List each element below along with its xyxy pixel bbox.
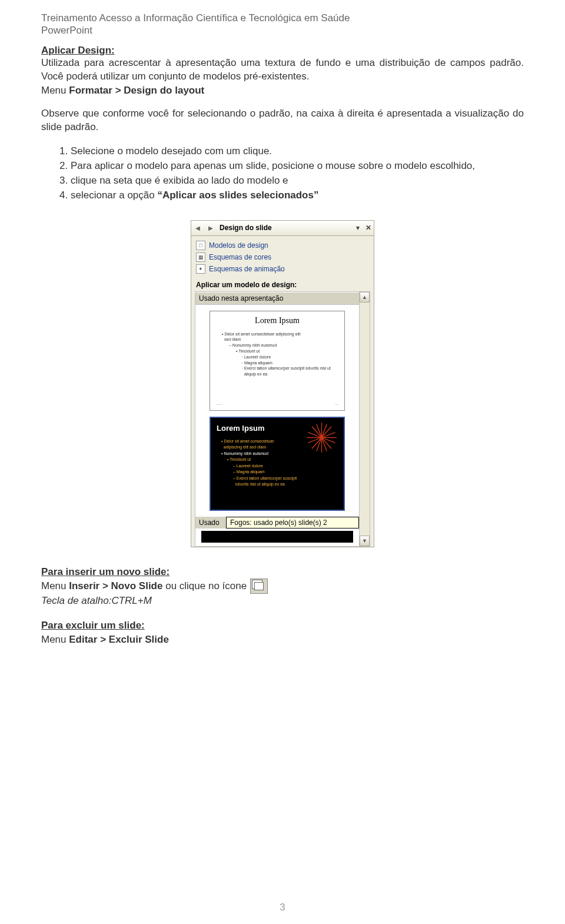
design-taskpane: ◄ ► Design do slide ▾ ✕ □ Modelos de des… (191, 220, 374, 547)
template-thumb-default[interactable]: Lorem Ipsum • Delor sit amet consectetue… (210, 311, 345, 411)
taskpane-title: Design do slide (217, 224, 353, 232)
link-label: Esquemas de cores (209, 253, 271, 261)
insert-menu-bold: Inserir > Novo Slide (69, 580, 162, 591)
animation-schemes-icon: ✦ (196, 264, 205, 274)
template-thumb-partial[interactable] (201, 531, 353, 543)
menu-path-formatar: Menu Formatar > Design do layout (41, 85, 524, 97)
insert-slide-section: Para inserir um novo slide: Menu Inserir… (41, 565, 524, 609)
thumb-line: – Magna aliquam (217, 469, 338, 476)
step-2: Para aplicar o modelo para apenas um sli… (71, 159, 524, 173)
insert-suffix: ou clique no ícone (162, 580, 247, 591)
thumb-line: lobortis nisl ut aliquip ex ea (217, 481, 338, 488)
scrollbar[interactable]: ▲ ▼ (359, 292, 370, 546)
thumb-line: • Delor sit amet consectetuer adipiscing… (216, 331, 338, 337)
thumb-line: · Laoreet dolore (216, 354, 338, 360)
link-label: Modelos de design (209, 241, 268, 250)
step-4-prefix: selecionar a opção (71, 190, 157, 201)
thumb-line: • Tincidunt ut (216, 348, 338, 354)
firework-icon (305, 421, 338, 454)
insert-slide-title: Para inserir um novo slide: (41, 565, 524, 579)
steps-list: Selecione o modelo desejado com um cliqu… (41, 145, 524, 202)
thumb-line: · Magna aliquam (216, 360, 338, 366)
taskpane-body: □ Modelos de design ▦ Esquemas de cores … (191, 236, 374, 547)
insert-prefix: Menu (41, 580, 69, 591)
delete-slide-section: Para excluir um slide: Menu Editar > Exc… (41, 619, 524, 647)
thumb-title: Lorem Ipsum (216, 316, 338, 325)
template-list: ▲ ▼ Usado nesta apresentação Lorem Ipsum… (195, 291, 370, 547)
group-used-in-presentation: Usado nesta apresentação (195, 292, 359, 305)
menu-prefix: Menu (41, 85, 69, 96)
thumb-line: – Laoreet dolore (217, 463, 338, 470)
step-4: selecionar a opção “Aplicar aos slides s… (71, 189, 524, 202)
scroll-up-icon[interactable]: ▲ (360, 292, 370, 303)
delete-menu-bold: Editar > Excluir Slide (69, 634, 169, 645)
step-3: clique na seta que é exibida ao lado do … (71, 174, 524, 188)
thumb-line: sed diam (216, 337, 338, 343)
template-tooltip: Fogos: usado pelo(s) slide(s) 2 (226, 517, 359, 529)
design-templates-icon: □ (196, 241, 205, 250)
back-icon[interactable]: ◄ (191, 224, 204, 232)
step-4-bold: “Aplicar aos slides selecionados” (157, 190, 318, 201)
section-aplicar-design-para: Utilizada para acrescentar à apresentaçã… (41, 56, 524, 84)
step-1: Selecione o modelo desejado com um cliqu… (71, 145, 524, 158)
observe-text: Observe que conforme você for selecionan… (41, 107, 524, 134)
link-modelos-design[interactable]: □ Modelos de design (195, 240, 370, 251)
dropdown-icon[interactable]: ▾ (353, 224, 363, 232)
doc-header-subtitle: PowerPoint (41, 25, 524, 36)
insert-shortcut: Tecla de atalho:CTRL+M (41, 594, 524, 608)
link-esquemas-animacao[interactable]: ✦ Esquemas de animação (195, 263, 370, 275)
section-aplicar-design-title: Aplicar Design: (41, 45, 524, 56)
thumb-line: – Nonummy nibh euismod (216, 343, 338, 348)
scroll-down-icon[interactable]: ▼ (360, 536, 370, 546)
close-icon[interactable]: ✕ (363, 224, 374, 232)
page-number: 3 (0, 902, 565, 913)
link-label: Esquemas de animação (209, 265, 285, 273)
delete-prefix: Menu (41, 634, 69, 645)
group-used-label: Usado (195, 517, 226, 529)
taskpane-header: ◄ ► Design do slide ▾ ✕ (191, 221, 374, 236)
apply-template-label: Aplicar um modelo de design: (196, 281, 370, 289)
color-schemes-icon: ▦ (196, 252, 205, 262)
thumb-line: • Tincidunt ut (217, 457, 338, 463)
thumb-line: – Exerci tation ullamcorper suscipit (217, 476, 338, 482)
new-slide-icon[interactable] (250, 579, 268, 594)
menu-bold: Formatar > Design do layout (69, 85, 204, 96)
thumb-line: aliquip ex ea (216, 371, 338, 377)
thumb-line: · Exerci tation ullamcorper suscipit lob… (216, 365, 338, 371)
doc-header-title: Treinamento Acesso a Informação Científi… (41, 12, 524, 25)
link-esquemas-cores[interactable]: ▦ Esquemas de cores (195, 251, 370, 263)
template-thumb-fogos[interactable]: Lorem Ipsum • Delor sit amet consectetue… (210, 417, 345, 511)
tooltip-row: Usado Fogos: usado pelo(s) slide(s) 2 (195, 517, 359, 529)
forward-icon[interactable]: ► (204, 224, 217, 232)
delete-slide-title: Para excluir um slide: (41, 619, 524, 633)
taskpane-screenshot: ◄ ► Design do slide ▾ ✕ □ Modelos de des… (191, 220, 374, 547)
